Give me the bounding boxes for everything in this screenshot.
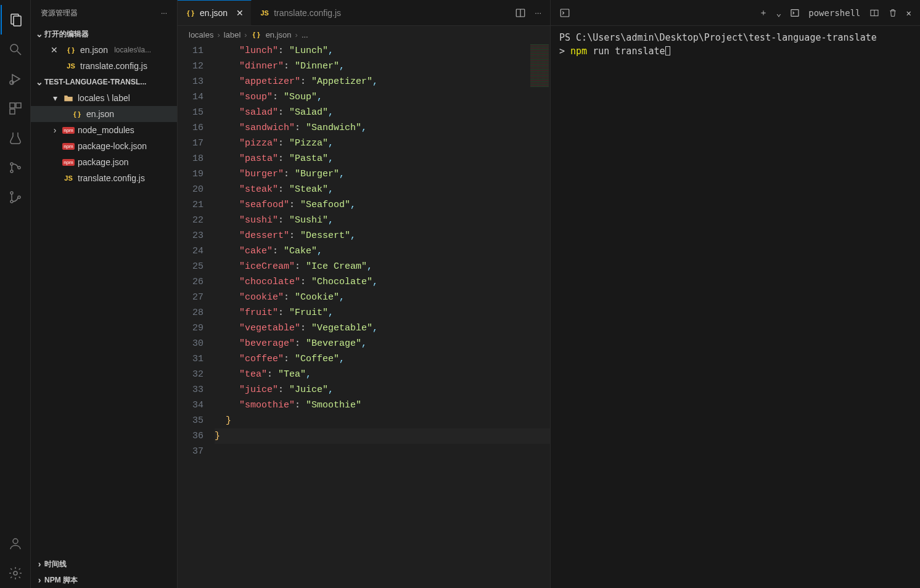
code-line[interactable]: "beverage": "Beverage", xyxy=(215,336,550,351)
js-icon: JS xyxy=(65,60,76,71)
extensions-icon[interactable] xyxy=(1,94,30,123)
svg-rect-8 xyxy=(10,109,15,114)
folder-icon xyxy=(63,92,74,104)
project-header[interactable]: ⌄ TEST-LANGUAGE-TRANSL... xyxy=(31,74,177,90)
split-terminal-icon[interactable] xyxy=(869,8,879,18)
activity-bar xyxy=(0,0,31,588)
source-control-icon[interactable] xyxy=(1,182,30,212)
code-editor[interactable]: 1112131415161718192021222324252627282930… xyxy=(178,43,550,588)
editor-tab[interactable]: JStranslate.config.js xyxy=(252,0,349,25)
breadcrumb-part[interactable]: en.json xyxy=(266,30,292,39)
svg-rect-7 xyxy=(16,103,21,108)
tree-item-label: en.json xyxy=(86,109,114,119)
terminal-profile-label[interactable]: powershell xyxy=(808,8,860,18)
tree-item[interactable]: npmpackage.json xyxy=(31,154,177,170)
chevron-right-icon: › xyxy=(217,30,220,39)
git-graph-icon[interactable] xyxy=(1,153,30,182)
tree-item[interactable]: ›npmnode_modules xyxy=(31,122,177,138)
breadcrumb-part[interactable]: label xyxy=(224,30,240,39)
settings-icon[interactable] xyxy=(1,558,30,588)
line-gutter: 1112131415161718192021222324252627282930… xyxy=(178,43,215,588)
js-icon: JS xyxy=(63,173,74,184)
editor-area: { }en.json✕JStranslate.config.js ··· loc… xyxy=(178,0,550,588)
terminal-body[interactable]: PS C:\Users\admin\Desktop\Project\test-l… xyxy=(551,26,920,588)
more-icon[interactable]: ··· xyxy=(535,8,541,17)
code-line[interactable]: "coffee": "Coffee", xyxy=(215,351,550,367)
file-hint: locales\la... xyxy=(114,46,151,54)
sidebar-title: 资源管理器 xyxy=(41,8,161,18)
code-line[interactable]: "juice": "Juice", xyxy=(215,382,550,398)
explorer-sidebar: 资源管理器 ··· ⌄ 打开的编辑器 ✕{ }en.jsonlocales\la… xyxy=(31,0,178,588)
js-icon: JS xyxy=(259,7,270,18)
code-line[interactable]: } xyxy=(215,428,550,444)
timeline-header[interactable]: › 时间线 xyxy=(31,556,177,572)
terminal-profile-icon[interactable] xyxy=(790,8,800,18)
svg-rect-20 xyxy=(791,9,799,16)
code-line[interactable]: "cake": "Cake", xyxy=(215,243,550,259)
breadcrumb-part[interactable]: locales xyxy=(189,30,213,39)
terminal-header: ＋ ⌄ powershell ✕ xyxy=(551,0,920,26)
file-name: en.json xyxy=(80,45,108,55)
code-line[interactable]: "seafood": "Seafood", xyxy=(215,197,550,213)
open-editor-item[interactable]: JStranslate.config.js xyxy=(31,58,177,74)
code-line[interactable]: "pasta": "Pasta", xyxy=(215,151,550,166)
breadcrumb-trailing: ... xyxy=(302,30,308,39)
code-line[interactable]: "dessert": "Dessert", xyxy=(215,228,550,243)
sidebar-header: 资源管理器 ··· xyxy=(31,0,177,26)
open-editors-header[interactable]: ⌄ 打开的编辑器 xyxy=(31,26,177,42)
code-line[interactable]: "sandwich": "Sandwich", xyxy=(215,120,550,136)
minimap[interactable] xyxy=(530,44,549,88)
terminal-cursor xyxy=(665,46,670,55)
close-icon[interactable]: ✕ xyxy=(51,45,62,55)
open-editor-item[interactable]: ✕{ }en.jsonlocales\la... xyxy=(31,42,177,58)
terminal-toggle-icon[interactable] xyxy=(559,7,570,18)
code-line[interactable]: "soup": "Soup", xyxy=(215,89,550,105)
code-line[interactable]: "steak": "Steak", xyxy=(215,182,550,197)
search-icon[interactable] xyxy=(1,35,30,64)
open-editors-label: 打开的编辑器 xyxy=(44,29,89,39)
svg-point-10 xyxy=(10,170,13,173)
code-line[interactable]: "salad": "Salad", xyxy=(215,105,550,120)
project-name-label: TEST-LANGUAGE-TRANSL... xyxy=(44,78,146,86)
code-line[interactable]: "pizza": "Pizza", xyxy=(215,136,550,151)
code-line[interactable]: "chocolate": "Chocolate", xyxy=(215,274,550,290)
code-line[interactable]: } xyxy=(215,413,550,428)
timeline-label: 时间线 xyxy=(44,559,67,570)
tree-item[interactable]: npmpackage-lock.json xyxy=(31,138,177,154)
json-icon: { } xyxy=(185,7,196,18)
code-line[interactable]: "burger": "Burger", xyxy=(215,166,550,182)
more-icon[interactable]: ··· xyxy=(161,9,167,17)
code-line[interactable]: "sushi": "Sushi", xyxy=(215,213,550,228)
tree-item[interactable]: ▾locales \ label xyxy=(31,90,177,106)
code-line[interactable]: "smoothie": "Smoothie" xyxy=(215,398,550,413)
testing-icon[interactable] xyxy=(1,123,30,153)
code-line[interactable]: "dinner": "Dinner", xyxy=(215,59,550,74)
code-line[interactable]: "vegetable": "Vegetable", xyxy=(215,321,550,336)
accounts-icon[interactable] xyxy=(1,529,30,558)
code-line[interactable]: "fruit": "Fruit", xyxy=(215,305,550,321)
npm-scripts-header[interactable]: › NPM 脚本 xyxy=(31,572,177,588)
editor-tab[interactable]: { }en.json✕ xyxy=(178,0,252,25)
npm-icon: npm xyxy=(63,141,74,152)
chevron-icon: › xyxy=(51,125,59,135)
chevron-down-icon[interactable]: ⌄ xyxy=(776,8,781,18)
trash-icon[interactable] xyxy=(888,8,898,18)
tree-item[interactable]: { }en.json xyxy=(31,106,177,122)
code-line[interactable]: "appetizer": "Appetizer", xyxy=(215,74,550,89)
npm-icon: npm xyxy=(63,125,74,136)
code-line[interactable]: "lunch": "Lunch", xyxy=(215,43,550,59)
split-editor-icon[interactable] xyxy=(515,7,526,18)
close-icon[interactable]: ✕ xyxy=(236,8,244,18)
close-icon[interactable]: ✕ xyxy=(906,8,911,18)
breadcrumbs[interactable]: locales › label › { } en.json › ... xyxy=(178,26,550,43)
svg-rect-6 xyxy=(10,103,15,108)
explorer-icon[interactable] xyxy=(1,5,30,35)
debug-icon[interactable] xyxy=(1,64,30,94)
code-line[interactable]: "cookie": "Cookie", xyxy=(215,290,550,305)
code-line[interactable]: "iceCream": "Ice Cream", xyxy=(215,259,550,274)
code-line[interactable]: "tea": "Tea", xyxy=(215,367,550,382)
tree-item[interactable]: JStranslate.config.js xyxy=(31,170,177,186)
json-icon: { } xyxy=(72,108,83,120)
new-terminal-icon[interactable]: ＋ xyxy=(759,7,768,18)
tree-item-label: package-lock.json xyxy=(78,141,147,151)
